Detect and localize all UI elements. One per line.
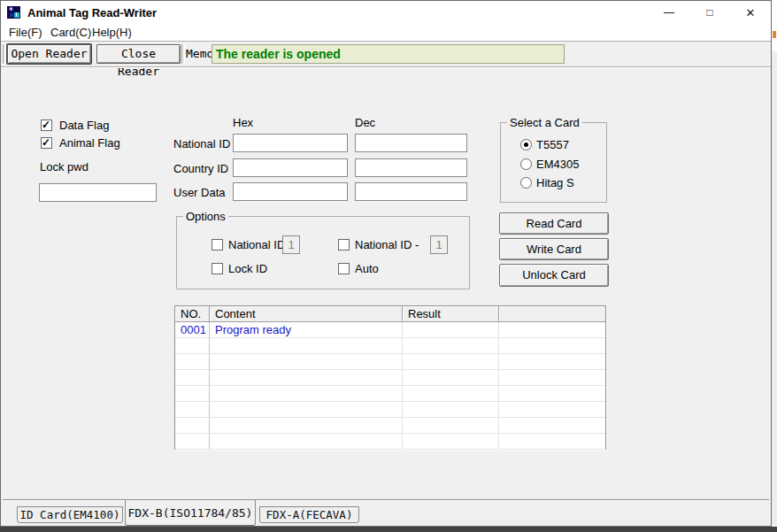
national-id-minus-step-input[interactable] [430,235,448,254]
maximize-button[interactable]: □ [689,1,730,25]
hex-column-header: Hex [233,116,253,129]
user-data-dec-input[interactable] [355,182,467,201]
table-row-empty [175,386,605,402]
minimize-button[interactable]: — [649,1,689,25]
table-row-empty [175,418,605,434]
em4305-radio[interactable] [520,158,532,170]
table-row: 0001 Program ready [175,322,605,338]
taskbar-edge-strip [0,527,777,532]
country-id-hex-input[interactable] [233,158,348,177]
memo-status-field[interactable]: The reader is opened [212,44,565,64]
cell-empty [403,338,499,354]
data-flag-label[interactable]: Data Flag [59,119,109,132]
auto-label[interactable]: Auto [355,262,379,275]
unlock-card-button[interactable]: Unlock Card [499,264,609,287]
log-table: NO. Content Result 0001 Program ready [174,305,606,450]
table-row-empty [175,338,605,354]
cell-empty [499,418,605,434]
tab-strip-border [3,499,769,501]
screen: Animal Tag Read-Writer — □ ✕ File(F) Car… [0,0,777,532]
lock-id-checkbox[interactable] [212,263,223,274]
options-group: Options National ID + National ID - Lock… [176,216,470,289]
select-card-group: Select a Card T5557 EM4305 Hitag S [500,122,607,203]
tab-fdx-b-iso11784-85[interactable]: FDX-B(ISO11784/85) [125,500,256,526]
desktop-edge-strip [772,0,777,527]
cell-empty [175,402,210,418]
lock-pwd-input[interactable] [39,183,157,202]
title-bar: Animal Tag Read-Writer — □ ✕ [1,1,771,25]
country-id-dec-input[interactable] [355,158,467,177]
cell-empty [499,354,605,370]
cell-empty [210,338,403,354]
menu-card[interactable]: Card(C) [50,25,91,41]
menu-help[interactable]: Help(H) [92,25,132,41]
animal-flag-label[interactable]: Animal Flag [59,136,120,150]
cell-empty [210,370,403,386]
cell-empty [499,386,605,402]
user-data-label: User Data [173,186,226,199]
close-button[interactable]: ✕ [730,1,771,25]
cell-empty [403,434,499,450]
cell-empty [403,418,499,434]
animal-flag-checkbox[interactable] [41,137,52,149]
cell-empty [499,370,605,386]
header-extra [499,306,605,322]
em4305-label[interactable]: EM4305 [536,158,579,171]
cell-empty [403,354,499,370]
memo-label: Memo [186,44,213,64]
toolbar-separator [181,44,185,64]
cell-empty [175,370,210,386]
country-id-label: Country ID [173,162,228,175]
empty-rows [175,338,605,450]
t5557-radio[interactable] [520,139,532,150]
window-title: Animal Tag Read-Writer [27,1,157,25]
close-reader-button[interactable]: Close Reader [96,44,181,64]
auto-checkbox[interactable] [338,263,350,274]
dec-column-header: Dec [355,116,375,129]
table-row-empty [175,434,605,450]
cell-empty [499,338,605,354]
read-card-button[interactable]: Read Card [499,212,609,235]
tab-fdx-a-fecava[interactable]: FDX-A(FECAVA) [259,506,359,523]
national-id-label: National ID [173,137,230,150]
data-flag-checkbox[interactable] [41,120,52,131]
app-icon [7,5,21,19]
table-row-empty [175,354,605,370]
select-card-group-title: Select a Card [507,116,582,129]
hitag-s-radio[interactable] [520,177,532,189]
cell-empty [210,434,403,450]
cell-empty [175,418,210,434]
header-content: Content [210,306,403,322]
header-result: Result [403,306,499,322]
national-id-dec-input[interactable] [355,134,467,152]
national-id-minus-label[interactable]: National ID - [355,238,419,251]
cell-extra [499,322,605,338]
national-id-plus-step-input[interactable] [282,235,300,254]
lock-id-label[interactable]: Lock ID [228,262,267,275]
cell-empty [210,386,403,402]
t5557-label[interactable]: T5557 [536,138,569,151]
cell-empty [210,418,403,434]
app-window: Animal Tag Read-Writer — □ ✕ File(F) Car… [0,0,772,527]
options-group-title: Options [183,210,228,223]
desktop-icon-fragment [773,31,776,38]
menu-bar: File(F) Card(C) Help(H) [1,25,771,41]
tab-id-card-em4100[interactable]: ID Card(EM4100) [17,506,123,523]
user-data-hex-input[interactable] [233,182,348,201]
cell-empty [210,402,403,418]
write-card-button[interactable]: Write Card [499,238,609,260]
national-id-plus-checkbox[interactable] [212,239,223,251]
cell-empty [210,354,403,370]
national-id-hex-input[interactable] [233,134,348,152]
national-id-minus-checkbox[interactable] [338,239,350,251]
toolbar-gripper [3,44,6,64]
table-row-empty [175,370,605,386]
table-row-empty [175,402,605,418]
toolbar: Open Reader Close Reader Memo The reader… [1,41,771,66]
cell-empty [499,434,605,450]
menu-file[interactable]: File(F) [9,25,42,41]
hitag-s-label[interactable]: Hitag S [536,176,574,189]
open-reader-button[interactable]: Open Reader [7,44,91,64]
cell-no: 0001 [175,322,210,338]
cell-empty [403,370,499,386]
